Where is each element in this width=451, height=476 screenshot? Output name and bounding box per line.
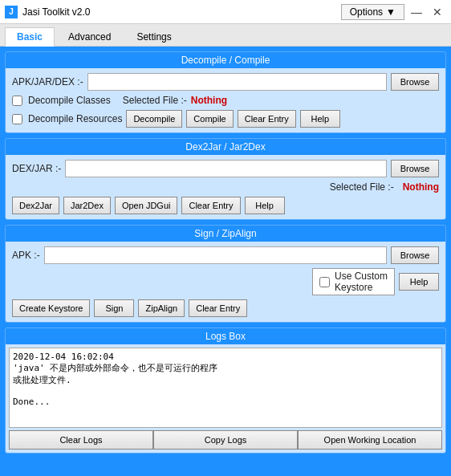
main-content: Decompile / Compile APK/JAR/DEX :- Brows…	[0, 47, 451, 476]
logs-section-title: Logs Box	[6, 328, 445, 344]
tab-advanced[interactable]: Advanced	[56, 27, 123, 46]
dex2jar-dex-row: DEX/JAR :- Browse	[12, 160, 439, 177]
decompile-selected-file-row: Decompile Classes Selected File :- Nothi…	[12, 95, 439, 106]
dex2jar-dex-label: DEX/JAR :-	[12, 163, 61, 174]
jar2dex-button[interactable]: Jar2Dex	[63, 197, 111, 214]
app-icon: J	[5, 6, 18, 18]
sign-apk-input[interactable]	[44, 246, 387, 264]
decompile-apk-label: APK/JAR/DEX :-	[12, 76, 83, 87]
tab-bar: Basic Advanced Settings	[0, 24, 451, 47]
dex2jar-button[interactable]: Dex2Jar	[12, 197, 59, 214]
use-custom-keystore-checkbox[interactable]	[319, 277, 330, 287]
sign-button[interactable]: Sign	[94, 299, 134, 317]
compile-button[interactable]: Compile	[186, 110, 233, 128]
logs-body: Clear Logs Copy Logs Open Working Locati…	[6, 344, 445, 453]
close-button[interactable]: ✕	[429, 3, 446, 21]
sign-apk-row: APK :- Browse	[12, 246, 439, 264]
decompile-resources-checkbox[interactable]	[12, 114, 22, 124]
title-bar-controls: Options ▼ — ✕	[341, 3, 446, 21]
sign-section-title: Sign / ZipAlign	[6, 226, 445, 242]
tab-basic[interactable]: Basic	[5, 27, 55, 47]
sign-actions-row: Create Keystore Sign ZipAlign Clear Entr…	[12, 299, 439, 317]
dex2jar-browse-button[interactable]: Browse	[391, 160, 439, 177]
decompile-apk-row: APK/JAR/DEX :- Browse	[12, 73, 439, 91]
sign-apk-label: APK :-	[12, 250, 40, 261]
open-working-location-button[interactable]: Open Working Location	[298, 430, 442, 450]
decompile-actions-row: Decompile Resources Decompile Compile Cl…	[12, 110, 439, 128]
sign-browse-button[interactable]: Browse	[391, 246, 439, 264]
app-title: Jasi Toolkit v2.0	[22, 6, 341, 18]
tab-settings[interactable]: Settings	[124, 27, 183, 46]
dex2jar-dex-input[interactable]	[65, 160, 387, 177]
logs-section: Logs Box Clear Logs Copy Logs Open Worki…	[5, 328, 446, 454]
open-jdgui-button[interactable]: Open JDGui	[115, 197, 178, 214]
decompile-browse-button[interactable]: Browse	[391, 73, 439, 91]
minimize-button[interactable]: —	[408, 3, 425, 21]
decompile-selected-value: Nothing	[191, 95, 227, 106]
dex2jar-selected-value: Nothing	[403, 181, 439, 193]
sign-clear-entry-button[interactable]: Clear Entry	[189, 299, 247, 317]
decompile-classes-label: Decompile Classes	[28, 95, 111, 106]
dex2jar-help-button[interactable]: Help	[245, 197, 285, 214]
dex2jar-section: Dex2Jar / Jar2Dex DEX/JAR :- Browse Sele…	[5, 138, 446, 220]
create-keystore-button[interactable]: Create Keystore	[12, 299, 90, 317]
zipalign-button[interactable]: ZipAlign	[138, 299, 185, 317]
logs-textarea[interactable]	[9, 348, 442, 428]
clear-logs-button[interactable]: Clear Logs	[9, 430, 153, 450]
sign-section: Sign / ZipAlign APK :- Browse Use Custom…	[5, 225, 446, 323]
copy-logs-button[interactable]: Copy Logs	[153, 430, 298, 450]
dex2jar-clear-entry-button[interactable]: Clear Entry	[181, 197, 240, 214]
use-custom-keystore-label: Use CustomKeystore	[335, 271, 388, 293]
dex2jar-selected-label: Selected File :-	[330, 181, 394, 193]
sign-help-button[interactable]: Help	[399, 273, 439, 291]
options-button[interactable]: Options ▼	[341, 4, 404, 20]
decompile-classes-checkbox[interactable]	[12, 96, 22, 106]
decompile-resources-label: Decompile Resources	[28, 113, 122, 124]
decompile-section-title: Decompile / Compile	[6, 52, 445, 68]
logs-buttons: Clear Logs Copy Logs Open Working Locati…	[9, 430, 442, 450]
dex2jar-selected-file-row: Selected File :- Nothing	[12, 181, 439, 193]
dex2jar-section-body: DEX/JAR :- Browse Selected File :- Nothi…	[6, 155, 445, 219]
decompile-clear-entry-button[interactable]: Clear Entry	[238, 110, 296, 128]
decompile-selected-label: Selected File :-	[123, 95, 187, 106]
decompile-section-body: APK/JAR/DEX :- Browse Decompile Classes …	[6, 68, 445, 132]
dex2jar-section-title: Dex2Jar / Jar2Dex	[6, 139, 445, 155]
decompile-help-button[interactable]: Help	[300, 110, 340, 128]
decompile-apk-input[interactable]	[87, 73, 387, 91]
decompile-button[interactable]: Decompile	[126, 110, 182, 128]
sign-section-body: APK :- Browse Use CustomKeystore Help Cr…	[6, 242, 445, 322]
title-bar: J Jasi Toolkit v2.0 Options ▼ — ✕	[0, 0, 451, 24]
dex2jar-actions-row: Dex2Jar Jar2Dex Open JDGui Clear Entry H…	[12, 197, 439, 214]
sign-keystore-row: Use CustomKeystore Help	[12, 268, 439, 295]
decompile-section: Decompile / Compile APK/JAR/DEX :- Brows…	[5, 51, 446, 133]
